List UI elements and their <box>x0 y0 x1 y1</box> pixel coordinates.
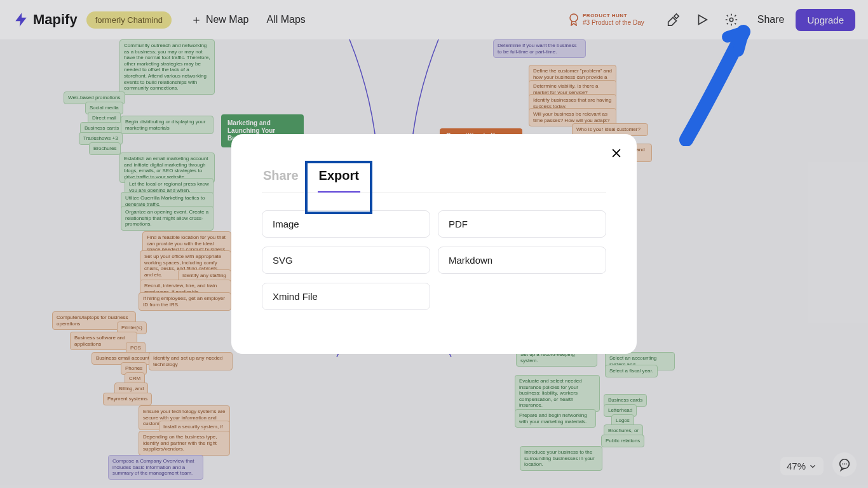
export-markdown-button[interactable]: Markdown <box>438 247 606 274</box>
tab-share[interactable]: Share <box>262 162 300 192</box>
export-xmind-button[interactable]: Xmind File <box>262 283 430 310</box>
export-image-button[interactable]: Image <box>262 210 430 238</box>
modal-tabs: Share Export <box>262 162 606 193</box>
export-svg-button[interactable]: SVG <box>262 247 430 274</box>
close-icon <box>610 147 623 159</box>
export-pdf-button[interactable]: PDF <box>438 210 606 238</box>
close-button[interactable] <box>610 146 623 162</box>
tab-export[interactable]: Export <box>318 162 360 192</box>
share-export-modal: Share Export Image PDF SVG Markdown Xmin… <box>231 134 637 354</box>
export-options: Image PDF SVG Markdown Xmind File <box>262 210 606 310</box>
